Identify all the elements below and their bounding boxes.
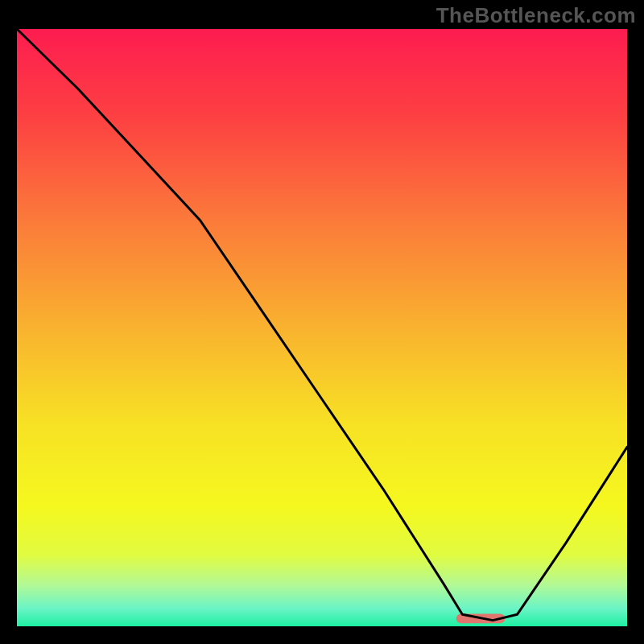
chart-frame: TheBottleneck.com bbox=[0, 0, 644, 644]
watermark-text: TheBottleneck.com bbox=[436, 3, 636, 28]
bottleneck-chart bbox=[0, 0, 644, 644]
plot-background bbox=[17, 29, 627, 626]
